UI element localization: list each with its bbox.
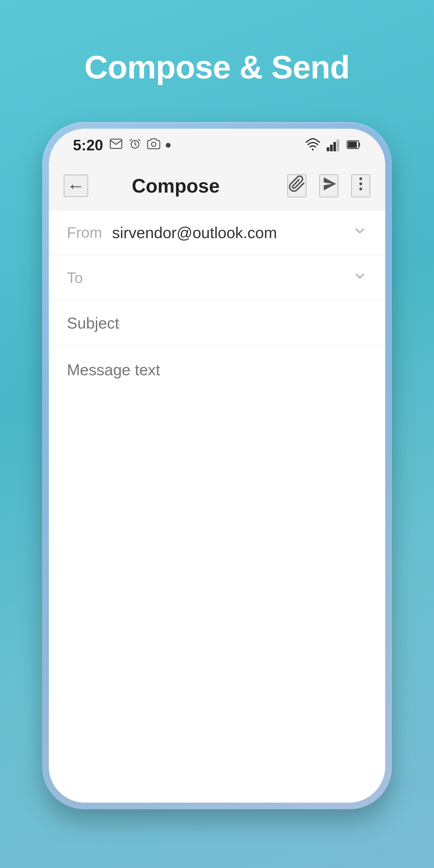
attach-button[interactable] <box>287 175 306 197</box>
back-button[interactable]: ← <box>64 175 88 197</box>
message-area[interactable] <box>49 346 385 803</box>
to-input[interactable] <box>106 269 352 287</box>
more-options-button[interactable] <box>351 175 370 197</box>
to-field-row[interactable]: To <box>49 255 385 301</box>
svg-point-2 <box>152 142 156 147</box>
status-bar: 5:20 <box>49 129 385 162</box>
from-value: sirvendor@outlook.com <box>106 224 352 242</box>
svg-rect-6 <box>333 142 336 151</box>
camera-icon <box>147 137 160 153</box>
svg-rect-7 <box>337 139 339 151</box>
toolbar: ← Compose <box>49 162 385 210</box>
svg-rect-4 <box>327 147 330 151</box>
phone-inner: 5:20 <box>49 129 385 803</box>
toolbar-title: Compose <box>100 175 251 197</box>
svg-point-12 <box>359 182 362 185</box>
svg-marker-10 <box>324 177 336 190</box>
status-time: 5:20 <box>73 136 103 154</box>
email-form: From sirvendor@outlook.com To <box>49 210 385 803</box>
status-bar-left: 5:20 <box>73 136 170 154</box>
svg-point-3 <box>312 149 314 150</box>
from-field-row: From sirvendor@outlook.com <box>49 210 385 255</box>
gmail-icon <box>109 137 123 154</box>
message-input[interactable] <box>67 361 367 787</box>
to-label: To <box>67 269 106 287</box>
subject-input[interactable] <box>67 314 367 332</box>
battery-icon <box>347 138 361 153</box>
phone-frame: 5:20 <box>42 122 392 809</box>
to-chevron-icon[interactable] <box>352 269 367 287</box>
svg-point-13 <box>359 187 362 190</box>
wifi-icon <box>306 138 320 153</box>
toolbar-actions <box>287 175 370 197</box>
from-label: From <box>67 224 106 241</box>
from-chevron-icon[interactable] <box>352 224 367 242</box>
svg-rect-0 <box>110 139 122 149</box>
subject-field-row[interactable] <box>49 301 385 346</box>
send-button[interactable] <box>319 175 338 197</box>
svg-rect-5 <box>330 145 333 151</box>
notification-dot <box>166 143 170 148</box>
svg-rect-9 <box>348 142 357 148</box>
alarm-icon <box>128 137 142 153</box>
page-title: Compose & Send <box>84 48 350 86</box>
status-bar-right <box>306 138 361 153</box>
status-icons-group <box>109 137 170 154</box>
signal-icon <box>327 138 340 153</box>
svg-point-11 <box>359 177 362 180</box>
